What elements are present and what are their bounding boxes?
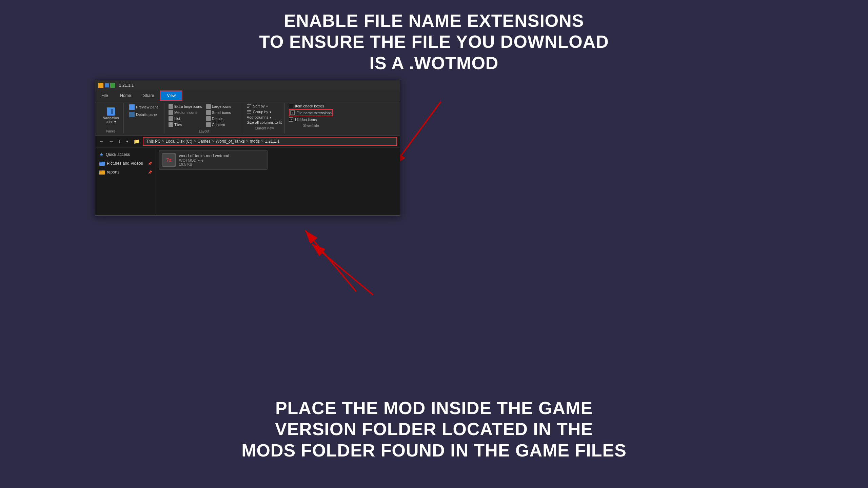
file-thumb-text: 7z [166,157,172,163]
tab-bar: File Home Share View [95,90,400,101]
svg-rect-8 [247,106,250,106]
file-item-wotmod[interactable]: 7z world-of-tanks-mod.wotmod WOTMOD File… [159,150,268,170]
list-btn[interactable]: List [168,116,203,121]
medium-icons-btn[interactable]: Medium icons [168,110,203,115]
forward-btn[interactable]: → [107,138,115,145]
file-name-extensions-option[interactable]: File name extensions [289,109,333,116]
file-details: world-of-tanks-mod.wotmod WOTMOD File 19… [179,154,264,166]
svg-rect-11 [247,111,251,112]
ribbon-section-preview: Preview pane Details pane [124,103,164,133]
recent-btn[interactable]: ▼ [124,139,130,144]
folder-icon: 📁 [132,138,141,145]
list-icon [169,116,173,121]
title-bar-icons [98,83,115,88]
pictures-label: Pictures and Videos [107,161,143,166]
content-icon [206,122,211,127]
path-local-disk: Local Disk (C:) [166,139,193,144]
reports-pin-icon: 📌 [148,170,152,174]
address-path[interactable]: This PC > Local Disk (C:) > Games > Worl… [143,137,397,146]
item-check-boxes-option[interactable]: Item check boxes [289,104,333,108]
file-type: WOTMOD File [179,158,264,162]
nav-pane-icon [107,107,115,116]
hidden-items-checkbox[interactable] [289,117,293,122]
svg-rect-7 [247,104,251,105]
ribbon-section-panes: Navigationpane ▾ Panes [98,103,124,133]
nav-pane-label: Navigationpane ▾ [103,116,119,124]
details-icon [206,116,211,121]
details-pane-btn[interactable]: Details pane [128,111,160,118]
tab-home[interactable]: Home [114,90,137,101]
svg-rect-5 [108,109,111,114]
sidebar-item-quick-access[interactable]: ★ Quick access [95,150,156,159]
sidebar-item-pictures[interactable]: Pictures and Videos 📌 [95,159,156,168]
panes-items: Navigationpane ▾ [101,103,121,128]
title-icon-check [110,83,115,88]
back-btn[interactable]: ← [98,138,105,145]
preview-pane-btn[interactable]: Preview pane [128,104,160,110]
tab-file[interactable]: File [95,90,114,101]
address-bar: ← → ↑ ▼ 📁 This PC > Local Disk (C:) > Ga… [95,136,400,147]
title-icon-folder [98,83,103,88]
tab-share[interactable]: Share [137,90,160,101]
panes-group: Preview pane Details pane [126,103,161,119]
hidden-items-option[interactable]: Hidden items [289,117,333,122]
layout-grid: Extra large icons Large icons Medium ico… [167,103,241,128]
medium-icon [169,110,173,115]
file-thumbnail: 7z [162,153,176,167]
extra-large-icons-btn[interactable]: Extra large icons [168,104,203,109]
add-columns-btn[interactable]: Add columns ▾ [247,115,282,119]
item-check-boxes-label: Item check boxes [295,104,324,108]
preview-pane-icon [129,104,135,110]
tiles-icon [169,122,173,127]
tiles-btn[interactable]: Tiles [168,122,203,127]
sort-by-label: Sort by [253,104,265,108]
file-name-extensions-label: File name extensions [296,111,332,115]
file-size: 19.5 KB [179,162,264,166]
details-btn[interactable]: Details [205,116,240,121]
show-hide-opts: Item check boxes File name extensions Hi… [288,103,334,122]
item-check-boxes-checkbox[interactable] [289,104,293,108]
sort-by-btn[interactable]: Sort by ▾ [247,104,282,108]
title-icon-small1 [105,83,109,87]
svg-rect-10 [247,110,251,111]
path-mods: mods [250,139,260,144]
ribbon-content: Navigationpane ▾ Panes Preview pane Deta… [95,101,400,136]
bottom-annotation: PLACE THE MOD INSIDE THE GAME VERSION FO… [241,398,627,461]
path-wot: World_of_Tanks [216,139,245,144]
sidebar: ★ Quick access Pictures and Videos 📌 rep… [95,147,156,215]
preview-pane-label: Preview pane [136,105,159,109]
large-icons-btn[interactable]: Large icons [205,104,240,109]
group-by-label: Group by [253,110,268,114]
path-games: Games [197,139,211,144]
group-by-btn[interactable]: Group by ▾ [247,109,282,114]
up-btn[interactable]: ↑ [117,138,122,145]
tab-view[interactable]: View [160,90,182,101]
file-name: world-of-tanks-mod.wotmod [179,154,264,158]
file-name-extensions-checkbox[interactable] [290,110,295,115]
ribbon-section-layout: Extra large icons Large icons Medium ico… [164,103,244,133]
details-pane-label: Details pane [136,113,157,117]
reports-label: reports [107,170,119,175]
path-this-pc: This PC [146,139,161,144]
content-btn[interactable]: Content [205,122,240,127]
svg-line-2 [393,102,441,166]
sort-icon [247,104,252,108]
svg-rect-16 [99,170,102,171]
reports-folder-icon [99,169,105,175]
show-hide-label: Show/hide [288,122,334,127]
small-icons-btn[interactable]: Small icons [205,110,240,115]
svg-rect-14 [99,162,102,163]
file-area: 7z world-of-tanks-mod.wotmod WOTMOD File… [156,147,400,215]
navigation-pane-btn[interactable]: Navigationpane ▾ [101,106,121,125]
size-all-btn[interactable]: Size all columns to fit [247,120,282,124]
top-annotation: ENABLE FILE NAME EXTENSIONS TO ENSURE TH… [259,10,609,74]
add-columns-label: Add columns [247,115,269,119]
ribbon-section-current-view: Sort by ▾ Group by ▾ Add columns ▾ Size … [244,103,285,133]
svg-rect-12 [247,113,251,114]
layout-label: Layout [167,128,241,133]
main-area: ★ Quick access Pictures and Videos 📌 rep… [95,147,400,215]
small-icon [206,110,211,115]
sidebar-item-reports[interactable]: reports 📌 [95,168,156,177]
group-icon [247,109,252,114]
ribbon-section-show-hide: Item check boxes File name extensions Hi… [285,103,337,133]
